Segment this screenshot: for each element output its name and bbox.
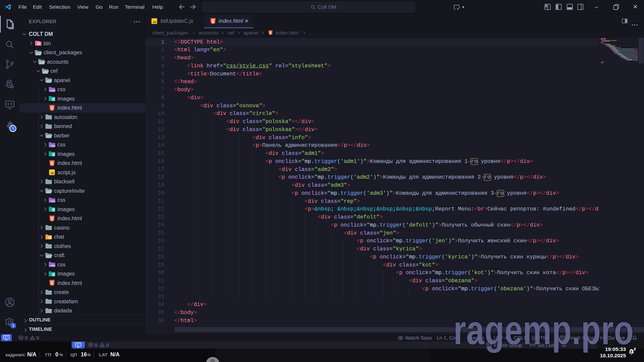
- svg-text:JS: JS: [50, 172, 54, 175]
- svg-text:CSS: CSS: [50, 264, 55, 267]
- svg-text:JS: JS: [153, 20, 156, 24]
- svg-text:CSS: CSS: [50, 144, 55, 147]
- svg-text:CSS: CSS: [50, 199, 55, 202]
- svg-text:CSS: CSS: [50, 89, 55, 92]
